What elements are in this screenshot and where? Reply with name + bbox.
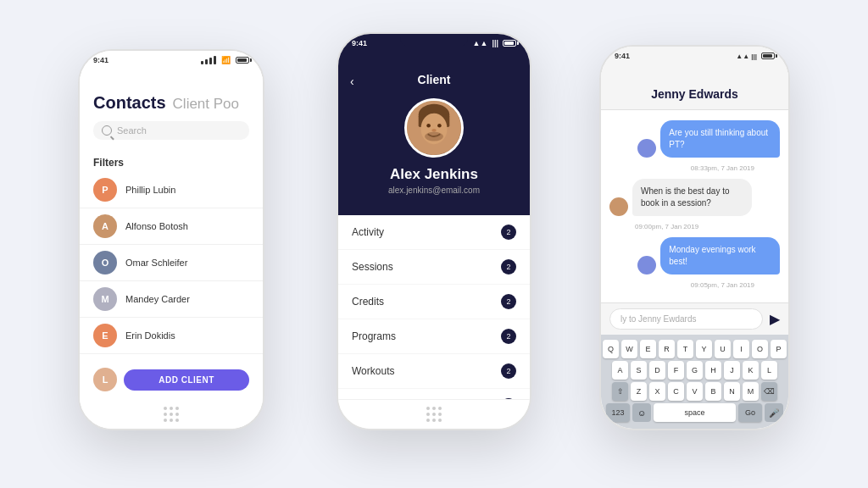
add-client-button[interactable]: ADD CLIENT [124, 369, 249, 391]
key-n[interactable]: N [724, 382, 740, 401]
message-row: Monday evenings work best! [609, 237, 780, 274]
grid-dots-icon [164, 407, 179, 422]
key-h[interactable]: H [705, 361, 721, 380]
avatar [637, 139, 656, 158]
keyboard-row-4: 123 ☺ space Go 🎤 [604, 403, 785, 422]
signal-icon: ||| [492, 39, 498, 47]
key-i[interactable]: I [733, 340, 749, 358]
phone-middle: 9:41 ▲▲ ||| ‹ Client [337, 32, 531, 430]
menu-label: Sessions [352, 261, 393, 273]
contact-name: Erin Dokidis [125, 330, 175, 341]
key-g[interactable]: G [687, 361, 703, 380]
menu-badge: 2 [501, 259, 516, 274]
list-item[interactable]: A Alfonso Botosh [80, 208, 263, 245]
middle-time: 9:41 [352, 39, 367, 47]
key-j[interactable]: J [724, 361, 740, 380]
message-row: When is the best day to book in a sessio… [609, 179, 780, 216]
key-space[interactable]: space [654, 403, 736, 422]
client-menu: Activity 2 Sessions 2 Credits 2 Programs… [338, 215, 530, 399]
list-item[interactable]: P Phillip Lubin [80, 172, 263, 208]
key-f[interactable]: F [668, 361, 684, 380]
keyboard: Q W E R T Y U I O P A S D F G H [601, 335, 788, 429]
chat-input[interactable]: ly to Jenny Ewdards [609, 308, 763, 330]
key-x[interactable]: X [649, 382, 665, 401]
avatar: L [93, 368, 117, 391]
search-placeholder: Search [117, 125, 147, 136]
message-bubble-outgoing: Are you still thinking about PT? [660, 120, 780, 158]
key-o[interactable]: O [752, 340, 768, 358]
key-t[interactable]: T [677, 340, 693, 358]
add-client-bar: L ADD CLIENT [80, 359, 263, 400]
list-item[interactable]: O Omar Schleifer [80, 245, 263, 281]
key-e[interactable]: E [640, 340, 656, 358]
contact-name: Mandey Carder [125, 294, 190, 304]
list-item[interactable]: E Erin Dokidis [80, 318, 263, 354]
menu-label: Activity [352, 226, 384, 238]
key-shift[interactable]: ⇧ [612, 382, 628, 401]
key-backspace[interactable]: ⌫ [761, 382, 777, 401]
menu-item-programs[interactable]: Programs 2 [338, 319, 530, 354]
key-l[interactable]: L [761, 361, 777, 380]
svg-point-6 [437, 124, 442, 128]
message-time: 08:33pm, 7 Jan 2019 [609, 164, 780, 172]
middle-phone-content: 9:41 ▲▲ ||| ‹ Client [338, 34, 530, 429]
menu-item-sessions[interactable]: Sessions 2 [338, 250, 530, 285]
contacts-title: Contacts [93, 93, 166, 113]
key-mic[interactable]: 🎤 [765, 403, 783, 422]
chat-messages: Are you still thinking about PT? 08:33pm… [601, 110, 788, 302]
client-email: alex.jenkins@email.com [388, 186, 480, 195]
keyboard-row-3: ⇧ Z X C V B N M ⌫ [604, 382, 785, 401]
wifi-icon: ▲▲ [473, 39, 488, 47]
contact-name: Alfonso Botosh [125, 221, 188, 231]
chat-header: Jenny Edwards [601, 62, 788, 110]
key-numbers[interactable]: 123 [606, 403, 630, 422]
left-status-bar: 9:41 📶 [80, 51, 263, 66]
contact-name: Phillip Lubin [125, 185, 175, 195]
key-s[interactable]: S [631, 361, 647, 380]
key-v[interactable]: V [687, 382, 703, 401]
left-bottom-bar [80, 400, 263, 429]
key-y[interactable]: Y [696, 340, 712, 358]
key-z[interactable]: Z [631, 382, 647, 401]
key-u[interactable]: U [715, 340, 731, 358]
menu-item-activity[interactable]: Activity 2 [338, 215, 530, 250]
key-a[interactable]: A [612, 361, 628, 380]
key-emoji[interactable]: ☺ [632, 403, 651, 422]
message-bubble-outgoing: Monday evenings work best! [660, 237, 780, 274]
keyboard-row-2: A S D F G H J K L [604, 361, 785, 380]
grid-dots-icon [426, 407, 442, 422]
key-k[interactable]: K [743, 361, 759, 380]
key-p[interactable]: P [771, 340, 787, 358]
back-button[interactable]: ‹ [350, 75, 354, 88]
svg-point-8 [425, 132, 443, 141]
chat-contact-name: Jenny Edwards [615, 87, 775, 101]
key-q[interactable]: Q [603, 340, 619, 358]
send-button[interactable]: ▶ [770, 311, 780, 327]
key-c[interactable]: C [668, 382, 684, 401]
message-bubble-incoming: When is the best day to book in a sessio… [632, 179, 752, 216]
list-item[interactable]: M Mandey Carder [80, 281, 263, 318]
message-time: 09:00pm, 7 Jan 2019 [609, 223, 780, 230]
client-header: ‹ Client [338, 49, 530, 215]
signal-icon: ▲▲ ||| [736, 53, 757, 60]
menu-item-nutrition[interactable]: Nutrition Plans 2 [338, 389, 530, 399]
menu-label: Programs [352, 330, 396, 342]
notch [400, 34, 468, 47]
search-bar[interactable]: Search [93, 121, 249, 140]
key-d[interactable]: D [649, 361, 665, 380]
menu-badge: 2 [501, 225, 516, 240]
svg-point-5 [426, 124, 431, 128]
menu-item-credits[interactable]: Credits 2 [338, 285, 530, 319]
signal-icon [201, 56, 216, 64]
key-w[interactable]: W [621, 340, 637, 358]
key-b[interactable]: B [705, 382, 721, 401]
avatar [609, 197, 628, 216]
search-icon [102, 125, 112, 136]
key-r[interactable]: R [659, 340, 675, 358]
menu-badge: 2 [501, 294, 516, 309]
key-m[interactable]: M [743, 382, 759, 401]
menu-item-workouts[interactable]: Workouts 2 [338, 354, 530, 389]
key-go[interactable]: Go [738, 403, 762, 422]
avatar: A [93, 214, 117, 238]
phones-container: 9:41 📶 Contacts [53, 15, 815, 473]
